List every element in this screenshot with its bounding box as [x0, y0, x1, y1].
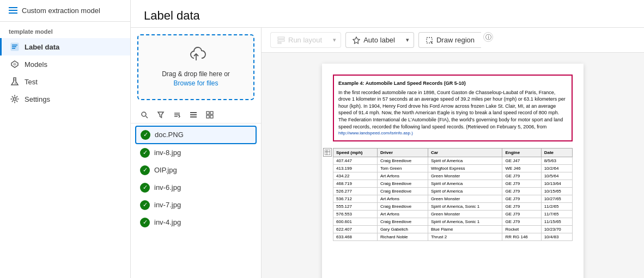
- table-cell: 11/2/65: [541, 203, 572, 211]
- table-cell: 622.407: [333, 226, 378, 233]
- table-cell: 407.447: [333, 157, 378, 165]
- doc-page: Example 4: Automobile Land Speed Records…: [322, 64, 584, 278]
- file-name: inv-8.jpg: [154, 149, 181, 157]
- table-cell: 576.553: [333, 211, 378, 218]
- sidebar: Custom extraction model template model L…: [0, 0, 131, 278]
- table-cell: Green Monster: [428, 195, 502, 203]
- file-list-view-button[interactable]: [186, 109, 201, 121]
- app-title: Custom extraction model: [22, 7, 100, 15]
- doc-text-box-link: http://www.landspeed.com/lsrinfo.asp.): [338, 130, 567, 136]
- svg-rect-5: [12, 46, 16, 47]
- table-cell: Spirit of America, Sonic 1: [428, 203, 502, 211]
- table-cell: Richard Noble: [377, 233, 428, 241]
- draw-region-button[interactable]: Draw region: [418, 32, 481, 48]
- doc-content-area: Example 4: Automobile Land Speed Records…: [262, 53, 644, 278]
- run-layout-chevron[interactable]: ▾: [329, 32, 341, 48]
- table-cell: Craig Breedlove: [377, 218, 428, 226]
- file-status-icon: ✓: [141, 130, 150, 140]
- svg-rect-4: [12, 45, 17, 46]
- table-cell: Tom Green: [377, 165, 428, 172]
- svg-rect-19: [190, 112, 197, 113]
- table-cell: Thrust 2: [428, 233, 502, 241]
- table-cell: Blue Flame: [428, 226, 502, 233]
- sidebar-header: Custom extraction model: [0, 0, 130, 22]
- svg-marker-15: [158, 112, 163, 118]
- table-row: 407.447Craig BreedloveSpirit of AmericaG…: [333, 157, 573, 165]
- table-row: 434.22Art ArfonsGreen MonsterGE J7910/5/…: [333, 172, 573, 180]
- table-cell: 413.199: [333, 165, 378, 172]
- svg-rect-20: [190, 114, 197, 115]
- sidebar-item-settings[interactable]: Settings: [0, 90, 130, 108]
- table-row: 413.199Tom GreenWingfoot ExpressWE J4610…: [333, 165, 573, 172]
- table-row: 600.601Craig BreedloveSpirit of America,…: [333, 218, 573, 226]
- svg-rect-26: [278, 37, 284, 39]
- draw-region-info[interactable]: ⓘ: [483, 32, 493, 42]
- table-cell: GE J79: [502, 180, 541, 188]
- table-selector-icon: [323, 148, 332, 157]
- table-cell: Craig Breedlove: [377, 180, 428, 188]
- table-cell: Gary Gabelich: [377, 226, 428, 233]
- file-name: inv-4.jpg: [154, 218, 181, 226]
- table-cell: 10/13/64: [541, 180, 572, 188]
- table-row: 555.127Craig BreedloveSpirit of America,…: [333, 203, 573, 211]
- browse-for-files-link[interactable]: Browse for files: [173, 79, 218, 87]
- file-sort-button[interactable]: [170, 109, 184, 121]
- sidebar-item-models[interactable]: Models: [0, 55, 130, 73]
- table-row: 468.719Craig BreedloveSpirit of AmericaG…: [333, 180, 573, 188]
- table-cell: Craig Breedlove: [377, 203, 428, 211]
- svg-rect-25: [210, 115, 213, 118]
- svg-marker-8: [13, 63, 16, 66]
- table-cell: 10/27/65: [541, 195, 572, 203]
- main-header: Label data: [131, 0, 644, 28]
- table-cell: Green Monster: [428, 211, 502, 218]
- table-header: Driver: [377, 149, 428, 157]
- doc-viewer: Run layout ▾ Auto label ▾: [262, 28, 644, 278]
- speed-records-table: Speed (mph)DriverCarEngineDate407.447Cra…: [333, 148, 573, 241]
- file-list-item[interactable]: ✓doc.PNG: [135, 126, 257, 144]
- file-list-item[interactable]: ✓inv-6.jpg: [135, 179, 257, 196]
- file-name: inv-7.jpg: [154, 201, 181, 209]
- svg-rect-32: [325, 150, 330, 155]
- file-status-icon: ✓: [140, 200, 150, 210]
- file-list: ✓doc.PNG✓inv-8.jpg✓OIP.jpg✓inv-6.jpg✓inv…: [131, 123, 261, 278]
- file-list-item[interactable]: ✓inv-4.jpg: [135, 214, 257, 231]
- sidebar-item-label-data[interactable]: Label data: [0, 38, 130, 55]
- table-cell: GE J79: [502, 211, 541, 218]
- svg-rect-24: [206, 115, 209, 118]
- table-cell: RR RG 146: [502, 233, 541, 241]
- table-cell: 434.22: [333, 172, 378, 180]
- table-cell: GE J79: [502, 172, 541, 180]
- doc-table-wrapper: Speed (mph)DriverCarEngineDate407.447Cra…: [333, 148, 573, 241]
- file-grid-view-button[interactable]: [203, 109, 217, 121]
- table-cell: Spirit of America, Sonic 1: [428, 218, 502, 226]
- table-cell: Spirit of America: [428, 188, 502, 195]
- file-list-item[interactable]: ✓inv-8.jpg: [135, 144, 257, 162]
- table-cell: WE J46: [502, 165, 541, 172]
- table-cell: 11/15/65: [541, 218, 572, 226]
- svg-point-11: [14, 98, 16, 101]
- svg-rect-0: [9, 7, 17, 8]
- run-layout-button[interactable]: Run layout: [270, 32, 329, 48]
- main-content: Label data Drag & drop file here or Brow…: [131, 0, 644, 278]
- svg-rect-2: [9, 13, 17, 14]
- sidebar-item-test[interactable]: Test: [0, 73, 130, 90]
- table-cell: Rocket: [502, 226, 541, 233]
- svg-rect-6: [12, 48, 15, 49]
- table-cell: GE J79: [502, 218, 541, 226]
- file-list-item[interactable]: ✓inv-7.jpg: [135, 196, 257, 214]
- sidebar-section-label: template model: [0, 22, 130, 38]
- file-name: OIP.jpg: [154, 166, 177, 174]
- file-filter-button[interactable]: [154, 109, 168, 121]
- table-cell: 10/5/64: [541, 172, 572, 180]
- auto-label-button[interactable]: Auto label: [345, 32, 402, 48]
- sidebar-item-test-label: Test: [25, 78, 38, 86]
- svg-rect-27: [278, 40, 284, 41]
- table-cell: 8/5/63: [541, 157, 572, 165]
- file-search-button[interactable]: [137, 109, 151, 121]
- table-cell: GE J79: [502, 195, 541, 203]
- upload-zone[interactable]: Drag & drop file here or Browse for file…: [137, 34, 254, 100]
- svg-point-13: [142, 112, 146, 116]
- table-row: 622.407Gary GabelichBlue FlameRocket10/2…: [333, 226, 573, 233]
- file-list-item[interactable]: ✓OIP.jpg: [135, 162, 257, 179]
- auto-label-chevron[interactable]: ▾: [402, 32, 414, 48]
